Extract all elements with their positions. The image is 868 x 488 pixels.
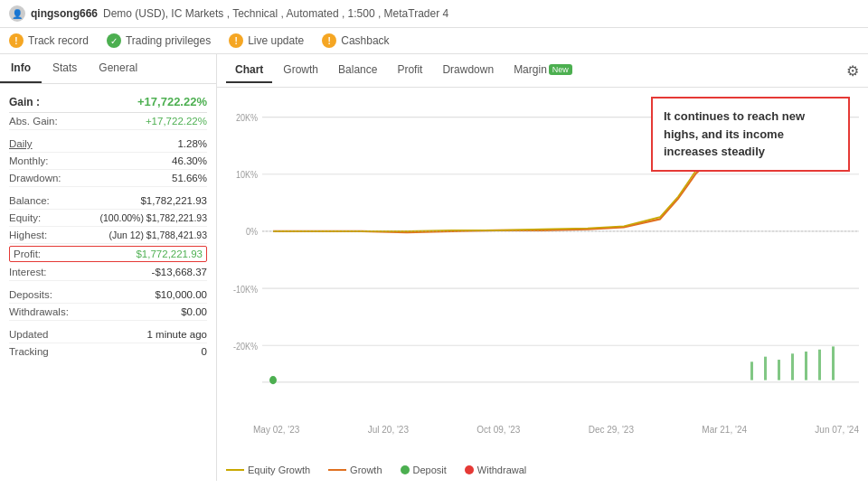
svg-text:-10K%: -10K% [233,284,258,295]
new-badge: New [549,64,572,75]
account-info: Demo (USD), IC Markets , Technical , Aut… [103,7,448,20]
chart-tab-margin[interactable]: Margin New [505,58,581,83]
equity-value: (100.00%) $1,782,221.93 [99,212,207,223]
legend-growth: Growth [328,465,382,475]
profit-value: $1,772,221.93 [136,249,203,259]
status-track-record[interactable]: ! Track record [9,33,89,48]
svg-rect-12 [764,357,767,380]
deposits-row: Deposits: $10,000.00 [9,286,207,304]
equity-row: Equity: (100.00%) $1,782,221.93 [9,210,207,227]
monthly-label: Monthly: [9,155,48,166]
drawdown-row: Drawdown: 51.66% [9,170,207,187]
tooltip-text: It continues to reach new highs, and its… [664,109,805,158]
x-label-3: Oct 09, '23 [476,425,520,435]
deposits-value: $10,000.00 [155,289,207,300]
svg-text:20K%: 20K% [236,113,258,124]
abs-gain-value: +17,722.22% [146,116,207,127]
legend-equity-line [226,469,244,471]
balance-label: Balance: [9,195,50,206]
live-update-label: Live update [248,34,304,47]
chart-tab-chart[interactable]: Chart [226,58,272,83]
tracking-label: Tracking [9,346,49,357]
chart-area: It continues to reach new highs, and its… [217,88,868,459]
drawdown-value: 51.66% [172,173,207,183]
username[interactable]: qingsong666 [31,7,98,20]
tab-info[interactable]: Info [0,54,42,83]
withdrawals-label: Withdrawals: [9,306,69,317]
x-label-4: Dec 29, '23 [589,425,634,435]
warning-icon: ! [9,33,24,48]
gain-row: Gain : +17,722.22% [9,91,207,113]
profit-row: Profit: $1,772,221.93 [9,246,207,262]
main-layout: Info Stats General Gain : +17,722.22% Ab… [0,54,868,481]
legend-equity-growth: Equity Growth [226,465,310,475]
x-label-5: Mar 21, '24 [702,425,747,435]
svg-text:-20K%: -20K% [233,341,258,352]
legend-withdrawal-label: Withdrawal [477,465,526,475]
svg-rect-13 [778,360,780,380]
legend-growth-label: Growth [350,465,382,475]
svg-rect-16 [818,350,821,380]
legend-withdrawal-dot [465,465,474,474]
tooltip-box: It continues to reach new highs, and its… [651,97,850,172]
highest-row: Highest: (Jun 12) $1,788,421.93 [9,227,207,244]
abs-gain-row: Abs. Gain: +17,722.22% [9,113,207,130]
updated-label: Updated [9,329,48,340]
ok-icon: ✓ [107,33,121,48]
filter-icon[interactable]: ⚙ [846,62,859,80]
abs-gain-label: Abs. Gain: [9,116,58,127]
tab-stats[interactable]: Stats [42,54,88,83]
withdrawals-value: $0.00 [181,306,207,317]
withdrawals-row: Withdrawals: $0.00 [9,304,207,321]
trading-privileges-label: Trading privileges [126,34,211,47]
equity-label: Equity: [9,212,41,223]
status-trading-privileges[interactable]: ✓ Trading privileges [107,33,211,48]
chart-tab-profit[interactable]: Profit [388,58,431,83]
chart-tab-drawdown[interactable]: Drawdown [433,58,503,83]
svg-rect-14 [791,353,794,380]
interest-value: -$13,668.37 [152,267,207,277]
warning-icon-3: ! [322,33,336,48]
x-label-1: May 02, '23 [253,425,299,435]
warning-icon-2: ! [229,33,243,48]
cashback-label: Cashback [341,34,389,47]
legend-withdrawal: Withdrawal [465,465,526,475]
legend-growth-line [328,469,346,471]
chart-tabs: Chart Growth Balance Profit Drawdown Mar… [217,54,868,88]
svg-rect-15 [805,352,807,380]
status-bar: ! Track record ✓ Trading privileges ! Li… [0,28,868,54]
deposits-label: Deposits: [9,289,52,300]
interest-row: Interest: -$13,668.37 [9,264,207,281]
x-label-2: Jul 20, '23 [368,425,409,435]
status-cashback[interactable]: ! Cashback [322,33,389,48]
legend-deposit-dot [401,465,410,474]
status-live-update[interactable]: ! Live update [229,33,304,48]
balance-value: $1,782,221.93 [140,195,207,206]
legend-equity-label: Equity Growth [248,465,310,475]
updated-row: Updated 1 minute ago [9,326,207,343]
right-panel: Chart Growth Balance Profit Drawdown Mar… [217,54,868,481]
monthly-value: 46.30% [172,155,207,166]
tracking-row: Tracking 0 [9,343,207,360]
gain-label: Gain : [9,96,40,108]
legend-deposit: Deposit [401,465,447,475]
gain-value: +17,722.22% [137,95,207,108]
left-panel: Info Stats General Gain : +17,722.22% Ab… [0,54,217,481]
svg-point-18 [269,376,277,384]
chart-tab-balance[interactable]: Balance [329,58,386,83]
balance-row: Balance: $1,782,221.93 [9,192,207,210]
interest-label: Interest: [9,267,47,277]
highest-label: Highest: [9,230,47,240]
x-label-6: Jun 07, '24 [815,425,859,435]
daily-row: Daily 1.28% [9,136,207,153]
tracking-value: 0 [202,346,207,357]
tab-general[interactable]: General [88,54,148,83]
chart-tab-growth[interactable]: Growth [274,58,327,83]
chart-legend: Equity Growth Growth Deposit Withdrawal [217,459,868,481]
updated-value: 1 minute ago [147,329,208,340]
svg-rect-17 [832,346,835,380]
x-labels: May 02, '23 Jul 20, '23 Oct 09, '23 Dec … [226,423,859,435]
track-record-label: Track record [28,34,89,47]
profit-label: Profit: [14,249,41,259]
daily-value: 1.28% [177,138,207,149]
